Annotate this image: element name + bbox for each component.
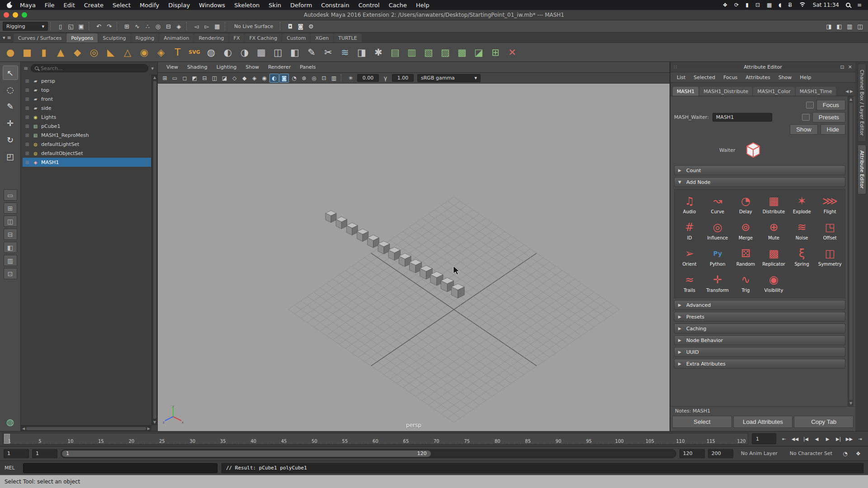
poly-platonic-icon[interactable]: ◈ <box>153 45 169 60</box>
vp-ao-icon[interactable]: ◙ <box>279 74 289 83</box>
poly-prism-icon[interactable]: ◣ <box>103 45 118 60</box>
add-node-button[interactable]: ↝ Curve <box>703 191 731 217</box>
undo-icon[interactable]: ↶ <box>94 21 104 31</box>
scrollbar-thumb[interactable] <box>26 427 146 430</box>
tabs-scroll-left-icon[interactable]: ◀ <box>845 89 849 94</box>
battery-icon[interactable]: ▮ <box>745 2 749 8</box>
exposure-field[interactable]: 0.00 <box>357 74 379 82</box>
waiter-name-field[interactable]: MASH1 <box>712 113 772 122</box>
poly-cone-icon[interactable]: ▲ <box>53 45 68 60</box>
vp-safe-action-icon[interactable]: ◫ <box>210 74 219 83</box>
command-language-label[interactable]: MEL <box>5 465 19 471</box>
attribute-editor-tab[interactable]: MASH1 <box>673 87 698 96</box>
boolean-intersection-icon[interactable]: ◑ <box>237 45 252 60</box>
minimize-window-button[interactable] <box>13 12 18 18</box>
outliner-filter-icon[interactable]: ▾ <box>151 66 154 71</box>
extrude-icon[interactable]: ▤ <box>387 45 403 60</box>
toolbar-separator[interactable] <box>225 22 227 30</box>
input-connections-icon[interactable]: ◅ <box>191 21 202 31</box>
tabs-scroll-right-icon[interactable]: ▶ <box>850 89 853 94</box>
outliner-item[interactable]: ⊞ ▧ pCube1 <box>23 122 151 131</box>
go-to-start-button[interactable]: ⇤ <box>779 434 789 444</box>
shelf-tab[interactable]: FX <box>229 33 245 42</box>
search-input[interactable] <box>41 66 144 71</box>
scrollbar-thumb[interactable] <box>849 103 853 400</box>
attribute-editor-menu-item[interactable]: Selected <box>690 75 719 80</box>
mirror-geometry-icon[interactable]: ◪ <box>471 45 486 60</box>
poly-sphere-icon[interactable]: ● <box>3 45 18 60</box>
sidebar-attribute-editor-icon[interactable]: ◨ <box>824 21 834 31</box>
viewport-menu-item[interactable]: Show <box>241 64 263 70</box>
toolbar-separator[interactable] <box>117 22 119 30</box>
spotlight-search-icon[interactable] <box>846 3 850 7</box>
range-slider-bar[interactable]: 1 120 <box>62 450 431 457</box>
expander-icon[interactable]: ⊞ <box>24 106 30 111</box>
ae-pop-out-icon[interactable]: ⊡ <box>840 64 844 70</box>
layout-four-pane[interactable]: ⊞ <box>4 202 17 214</box>
collapsed-section[interactable]: ▶ Presets <box>674 312 845 322</box>
add-node-button[interactable]: ▦ Distribute <box>760 191 788 217</box>
section-add-node[interactable]: ▼ Add Node <box>674 177 845 187</box>
bluetooth-icon[interactable]: Ƀ <box>788 2 792 8</box>
scrollbar-thumb[interactable] <box>153 81 156 419</box>
menubar-clock[interactable]: Sat 11:34 <box>813 2 839 8</box>
outliner-search-box[interactable] <box>31 64 148 72</box>
add-node-button[interactable]: ◳ Offset <box>816 217 844 244</box>
gamma-icon[interactable]: γ <box>381 74 390 83</box>
macos-menu-item[interactable]: Maya <box>15 2 40 9</box>
poly-pipe-icon[interactable]: ◉ <box>137 45 152 60</box>
scroll-right-icon[interactable]: ▶ <box>147 427 150 431</box>
sculpt-icon[interactable]: ✱ <box>371 45 386 60</box>
add-node-button[interactable]: ξ Spring <box>788 244 816 270</box>
output-connections-icon[interactable]: ▻ <box>202 21 212 31</box>
play-forward-button[interactable]: ▶ <box>822 434 833 444</box>
macos-menu-item[interactable]: Skin <box>264 2 286 9</box>
dock-tab[interactable]: Attribute Editor <box>858 145 866 195</box>
svg-tool-icon[interactable]: SVG <box>187 45 202 60</box>
snap-projected-center-icon[interactable]: ◎ <box>153 21 163 31</box>
collapsed-section[interactable]: ▶ Extra Attributes <box>674 359 845 369</box>
shelf-tab[interactable]: Polygons <box>66 33 98 42</box>
vp-textured-icon[interactable]: ◈ <box>250 74 259 83</box>
add-node-button[interactable]: # ID <box>675 217 703 244</box>
toolbox-extra-icon[interactable]: ◍ <box>6 417 14 427</box>
presets-button[interactable]: Presets <box>812 112 845 122</box>
time-slider[interactable]: 1510152025303540455055606570758085909510… <box>3 433 748 445</box>
viewport-menu-item[interactable]: View <box>162 64 182 70</box>
boolean-union-icon[interactable]: ◍ <box>203 45 219 60</box>
outliner-item[interactable]: ⊞ ◈ MASH1 <box>23 158 151 167</box>
playback-start-field[interactable]: 1 <box>32 449 57 458</box>
vp-multisample-icon[interactable]: ⊛ <box>299 74 309 83</box>
mash-waiter-icon[interactable] <box>745 142 761 158</box>
footer-button[interactable]: Load Attributes <box>733 416 793 428</box>
merge-vertices-icon[interactable]: ▨ <box>438 45 453 60</box>
backup-icon[interactable]: ⟳ <box>734 2 739 8</box>
add-node-button[interactable]: ⊚ Merge <box>731 217 760 244</box>
shelf-tab[interactable]: Rigging <box>131 33 159 42</box>
toolbar-separator[interactable] <box>50 22 53 30</box>
outliner-item[interactable]: ⊞ ▰ top <box>23 85 151 94</box>
toolbar-separator[interactable] <box>280 22 283 30</box>
add-node-button[interactable]: ⚄ Random <box>731 244 760 270</box>
render-settings-icon[interactable]: ⚙ <box>306 21 316 31</box>
colorspace-dropdown[interactable]: sRGB gamma ▾ <box>417 74 481 82</box>
maximize-window-button[interactable] <box>22 12 27 18</box>
attribute-editor-menu-item[interactable]: Show <box>775 75 796 80</box>
add-node-button[interactable]: ◫ Symmetry <box>816 244 844 270</box>
add-node-button[interactable]: ◉ Visibility <box>760 270 788 296</box>
command-result[interactable]: // Result: pCube1 polyCube1 <box>222 463 863 473</box>
separate-icon[interactable]: ◫ <box>270 45 286 60</box>
expander-icon[interactable]: ⊞ <box>24 97 30 102</box>
section-count[interactable]: ▶ Count <box>674 165 845 175</box>
layout-single[interactable]: ▭ <box>4 189 17 201</box>
expander-icon[interactable]: ⊞ <box>24 115 30 120</box>
character-set-dropdown[interactable]: No Character Set <box>785 450 837 456</box>
add-node-button[interactable]: ⊕ Mute <box>760 217 788 244</box>
make-live-icon[interactable]: ◈ <box>174 21 184 31</box>
add-node-button[interactable]: ♫ Audio <box>675 191 703 217</box>
sidebar-channel-box-icon[interactable]: ▥ <box>844 21 855 31</box>
close-window-button[interactable] <box>4 12 9 18</box>
bevel-icon[interactable]: ▥ <box>404 45 420 60</box>
collapsed-section[interactable]: ▶ UUID <box>674 347 845 357</box>
fill-hole-icon[interactable]: ◧ <box>287 45 302 60</box>
